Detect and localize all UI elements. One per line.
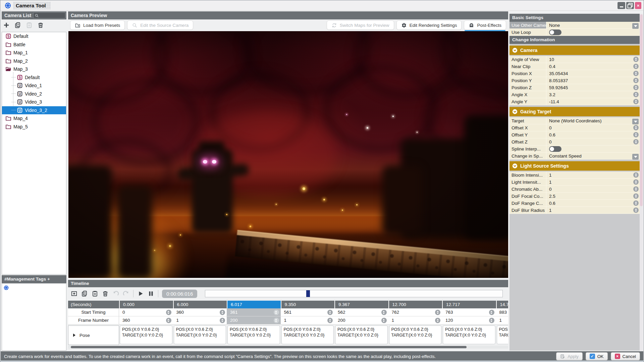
start-timing-cell[interactable]: 561 — [281, 308, 335, 316]
spinner-icon[interactable] — [489, 310, 494, 315]
start-timing-cell[interactable]: 361 — [227, 308, 281, 316]
settings-scrollbar-thumb[interactable] — [640, 14, 643, 206]
spinner-icon[interactable] — [274, 318, 279, 323]
frame-number-cell[interactable]: 200 — [334, 316, 388, 324]
spinner-icon[interactable] — [633, 200, 639, 206]
close-button[interactable]: × — [635, 2, 641, 9]
redo-button[interactable] — [123, 290, 129, 297]
setting-value[interactable]: 59.92645 — [549, 85, 568, 90]
spinner-icon[interactable] — [633, 193, 639, 199]
edit-rendering-settings-button[interactable]: Edit Rendering Settings — [396, 20, 462, 30]
tree-item-video_2[interactable]: UVideo_2 — [2, 90, 66, 98]
timeline-column-header[interactable]: 9.367 — [334, 301, 388, 308]
spinner-icon[interactable] — [633, 139, 639, 144]
copy-keyframe-button[interactable] — [81, 290, 88, 297]
spinner-icon[interactable] — [327, 318, 333, 323]
spinner-icon[interactable] — [633, 207, 639, 213]
frame-number-cell[interactable]: 1 — [281, 316, 335, 324]
start-timing-cell[interactable]: 562 — [334, 308, 388, 316]
pose-cell[interactable]: POS:{X:0 Y:0.6 Z:0} TARGET:{X:0 Y:0 Z:0} — [173, 325, 227, 345]
spinner-icon[interactable] — [633, 172, 639, 178]
tree-item-map_5[interactable]: Map_5 — [2, 123, 66, 131]
pose-expander-icon[interactable] — [73, 334, 75, 337]
spinner-icon[interactable] — [633, 64, 639, 69]
timeline-column-header[interactable]: 12.717 — [442, 301, 496, 308]
spinner-icon[interactable] — [633, 78, 639, 83]
setting-value[interactable]: 10 — [549, 57, 554, 62]
timeline-column-header[interactable]: 12.700 — [388, 301, 442, 308]
section-header-camera[interactable]: Camera — [509, 46, 640, 55]
timeline-column-header[interactable]: 6.017 — [227, 301, 281, 308]
setting-value[interactable]: 1 — [549, 208, 552, 213]
setting-value[interactable]: 0 — [549, 187, 552, 192]
post-effects-button[interactable]: Post-Effects — [464, 20, 506, 30]
frame-number-cell[interactable]: 1 — [388, 316, 442, 324]
setting-value[interactable]: 3.2 — [549, 92, 555, 97]
start-timing-cell[interactable]: 762 — [388, 308, 442, 316]
tree-item-map_2[interactable]: Map_2 — [2, 57, 66, 65]
frame-number-cell[interactable]: 360 — [119, 316, 173, 324]
spinner-icon[interactable] — [166, 310, 171, 315]
spinner-icon[interactable] — [435, 318, 440, 323]
setting-value[interactable]: 0.6 — [549, 132, 555, 137]
spinner-icon[interactable] — [220, 310, 225, 315]
spinner-icon[interactable] — [633, 92, 639, 97]
tree-item-battle[interactable]: Battle — [2, 41, 66, 49]
spinner-icon[interactable] — [381, 318, 387, 323]
pose-cell[interactable]: POS:{X:0 Y:0.6 Z:0} TARGET:{X:0 Y:0 Z:0} — [119, 325, 173, 345]
apply-button[interactable]: Apply — [556, 352, 583, 360]
spinner-icon[interactable] — [633, 57, 639, 62]
tree-item-map_3[interactable]: Map_3 — [2, 65, 66, 73]
dropdown-icon[interactable] — [632, 23, 639, 29]
spinner-icon[interactable] — [633, 71, 639, 76]
spinner-icon[interactable] — [633, 132, 639, 137]
pose-row-header[interactable]: Pose — [68, 325, 119, 345]
pose-cell[interactable]: POS:{X:0 Y:0.6 Z:0} TARGET:{X:0 Y:0 Z:0} — [334, 325, 388, 345]
tree-item-video_3_2[interactable]: UVideo_3_2 — [2, 106, 66, 115]
timeline-column-header[interactable]: 9.350 — [281, 301, 335, 308]
search-input[interactable] — [33, 12, 65, 18]
playhead-thumb[interactable] — [306, 290, 310, 297]
setting-value[interactable]: 1 — [549, 173, 552, 178]
maximize-button[interactable] — [626, 2, 634, 9]
add-keyframe-button[interactable] — [71, 290, 77, 297]
frame-number-cell[interactable]: 200 — [227, 316, 281, 324]
duplicate-camera-button[interactable] — [14, 22, 21, 28]
start-timing-cell[interactable]: 883 — [496, 308, 508, 316]
spinner-icon[interactable] — [633, 179, 639, 185]
spinner-icon[interactable] — [166, 318, 171, 323]
switch-maps-button[interactable]: Switch Maps for Preview — [327, 20, 394, 30]
setting-value[interactable]: 0.6 — [549, 201, 555, 206]
timeline-column-header[interactable]: 6.000 — [173, 301, 227, 308]
pose-cell[interactable]: POS:{X:0 Y:0.6 Z:0} TARGET:{X:0 Y:0 Z:0} — [496, 325, 508, 345]
setting-value[interactable]: 8.051837 — [549, 78, 568, 83]
spinner-icon[interactable] — [489, 318, 494, 323]
spinner-icon[interactable] — [633, 99, 639, 104]
setting-value[interactable]: 1 — [549, 180, 552, 185]
management-tags-notes-area[interactable] — [2, 283, 66, 351]
undo-button[interactable] — [112, 290, 119, 297]
spinner-icon[interactable] — [220, 318, 225, 323]
minimize-button[interactable] — [618, 2, 625, 9]
start-timing-cell[interactable]: 0 — [119, 308, 173, 316]
pose-cell[interactable]: POS:{X:0 Y:0.6 Z:0} TARGET:{X:0 Y:0 Z:0} — [227, 325, 281, 345]
spinner-icon[interactable] — [435, 310, 440, 315]
dropdown-icon[interactable] — [632, 119, 639, 124]
scrollbar-thumb[interactable] — [71, 346, 467, 348]
camera-preview-viewport[interactable] — [68, 31, 508, 278]
section-header-gazing-target[interactable]: Gazing Target — [509, 107, 640, 116]
load-from-presets-button[interactable]: Load from Presets — [70, 20, 125, 30]
setting-value[interactable]: -11.4 — [549, 99, 559, 104]
dropdown-icon[interactable] — [632, 154, 639, 160]
tree-item-video_1[interactable]: UVideo_1 — [2, 81, 66, 90]
edit-source-camera-button[interactable]: Edit the Source Camera — [127, 20, 193, 30]
pose-cell[interactable]: POS:{X:0 Y:0.6 Z:0} TARGET:{X:0 Y:0 Z:0} — [281, 325, 335, 345]
spinner-icon[interactable] — [633, 125, 639, 130]
play-button[interactable] — [137, 290, 144, 297]
tree-item-default[interactable]: SDefault — [2, 73, 66, 82]
frame-number-cell[interactable]: 1 — [496, 316, 508, 324]
setting-value[interactable]: 0 — [549, 125, 552, 130]
pose-cell[interactable]: POS:{X:0 Y:0.6 Z:0} TARGET:{X:0 Y:0 Z:0} — [388, 325, 442, 345]
use-loop-toggle[interactable] — [549, 29, 561, 35]
setting-value[interactable]: None (World Coordinates) — [549, 118, 602, 123]
